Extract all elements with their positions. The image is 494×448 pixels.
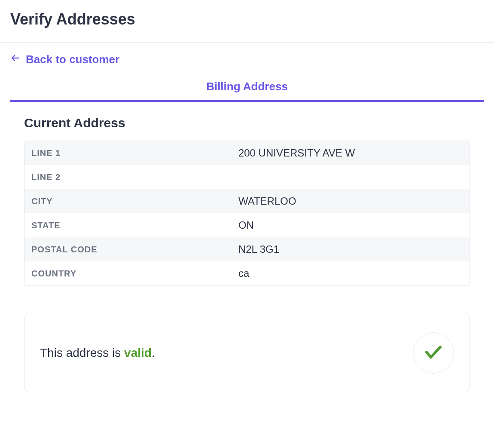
address-value: N2L 3G1 — [238, 243, 463, 255]
divider — [24, 300, 470, 300]
tabs: Billing Address — [10, 80, 484, 102]
current-address-title: Current Address — [24, 116, 470, 130]
validation-status-text: This address is valid. — [40, 346, 155, 360]
address-value: ca — [238, 267, 463, 279]
current-address-section: Current Address LINE 1 200 UNIVERSITY AV… — [10, 102, 484, 392]
back-link-label: Back to customer — [26, 53, 119, 66]
address-row-line1: LINE 1 200 UNIVERSITY AVE W — [24, 141, 470, 165]
status-prefix: This address is — [40, 346, 124, 359]
address-row-postal-code: POSTAL CODE N2L 3G1 — [24, 237, 470, 261]
address-row-city: CITY WATERLOO — [24, 189, 470, 213]
content-area: Back to customer Billing Address Current… — [0, 43, 494, 392]
address-label: CITY — [31, 196, 238, 206]
address-table: LINE 1 200 UNIVERSITY AVE W LINE 2 CITY … — [24, 141, 470, 286]
address-value: WATERLOO — [238, 195, 463, 207]
address-value: ON — [238, 219, 463, 231]
address-row-state: STATE ON — [24, 213, 470, 237]
address-label: COUNTRY — [31, 269, 238, 279]
address-row-country: COUNTRY ca — [24, 261, 470, 285]
validation-status-icon-container — [413, 332, 454, 374]
back-to-customer-link[interactable]: Back to customer — [10, 53, 119, 66]
address-value: 200 UNIVERSITY AVE W — [238, 147, 463, 159]
tab-billing-address[interactable]: Billing Address — [206, 80, 288, 93]
status-word: valid — [124, 346, 152, 359]
status-suffix: . — [152, 346, 155, 359]
check-icon — [423, 342, 444, 364]
address-label: POSTAL CODE — [31, 245, 238, 255]
page-header: Verify Addresses — [0, 0, 494, 43]
address-label: STATE — [31, 221, 238, 230]
address-row-line2: LINE 2 — [24, 165, 470, 189]
page-title: Verify Addresses — [10, 10, 484, 28]
arrow-left-icon — [10, 53, 21, 66]
address-label: LINE 1 — [31, 148, 238, 158]
validation-status-card: This address is valid. — [24, 314, 470, 392]
address-label: LINE 2 — [31, 172, 238, 182]
